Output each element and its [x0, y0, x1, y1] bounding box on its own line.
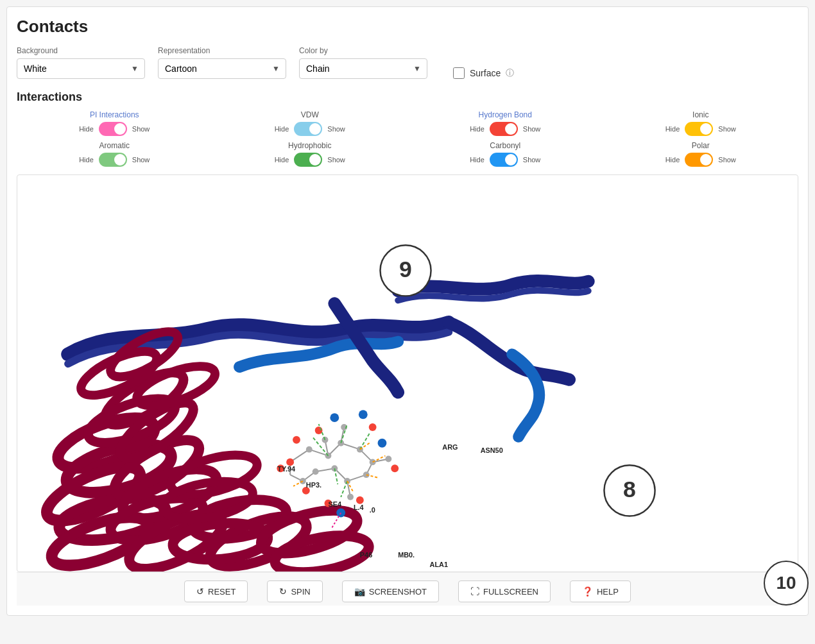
interaction-hydrophobic: Hydrophobic Hide Show	[212, 141, 408, 167]
hbond-toggle[interactable]	[490, 122, 518, 136]
screenshot-icon: 📷	[354, 586, 365, 597]
svg-point-63	[330, 413, 339, 422]
colorby-select[interactable]: Chain Residue Element B-factor	[299, 58, 427, 79]
vdw-toggle-row: Hide Show	[275, 122, 345, 136]
vdw-toggle-slider	[294, 122, 322, 136]
carbonyl-show-label: Show	[523, 156, 541, 164]
spin-label: SPIN	[291, 587, 310, 597]
reset-label: RESET	[208, 587, 236, 597]
screenshot-button[interactable]: 📷 SCREENSHOT	[342, 580, 439, 602]
carbonyl-hide-label: Hide	[470, 156, 485, 164]
protein-svg: ARG ASN50 TY.94 HP3. SE4 L.4 .0 P46 MB0.…	[17, 175, 798, 572]
surface-group: Surface ⓘ	[453, 67, 514, 79]
svg-text:HP3.: HP3.	[306, 481, 322, 489]
hydrophobic-hide-label: Hide	[275, 156, 289, 164]
footer-bar: ↺ RESET ↻ SPIN 📷 SCREENSHOT ⛶ FULLSCREEN…	[17, 572, 798, 606]
aromatic-hide-label: Hide	[79, 156, 94, 164]
ionic-hide-label: Hide	[665, 125, 680, 133]
svg-text:ARG: ARG	[442, 443, 458, 451]
svg-point-55	[293, 436, 300, 444]
aromatic-toggle[interactable]	[99, 153, 127, 167]
representation-control-group: Representation Cartoon Ball+Stick Surfac…	[158, 46, 286, 79]
interactions-grid: PI Interactions Hide Show VDW Hide	[17, 110, 798, 167]
hydrophobic-show-label: Show	[327, 156, 345, 164]
badge-10: 10	[764, 561, 809, 606]
hbond-show-label: Show	[523, 125, 541, 133]
spin-icon: ↻	[279, 586, 287, 597]
polar-toggle-row: Hide Show	[665, 153, 736, 167]
representation-select[interactable]: Cartoon Ball+Stick Surface Ribbon	[158, 58, 286, 79]
svg-point-52	[385, 456, 391, 462]
surface-info-icon: ⓘ	[506, 67, 514, 79]
interaction-vdw: VDW Hide Show	[212, 110, 408, 136]
interaction-aromatic: Aromatic Hide Show	[17, 141, 212, 167]
hbond-hide-label: Hide	[470, 125, 485, 133]
fullscreen-button[interactable]: ⛶ FULLSCREEN	[458, 580, 551, 602]
carbonyl-label: Carbonyl	[490, 141, 520, 150]
svg-text:SE4: SE4	[328, 500, 341, 508]
reset-icon: ↺	[196, 586, 204, 597]
background-select[interactable]: White Black Grey	[17, 58, 145, 79]
svg-text:P46: P46	[360, 551, 372, 559]
interactions-section: Interactions PI Interactions Hide Show	[17, 90, 798, 167]
interaction-carbonyl: Carbonyl Hide Show	[408, 141, 603, 167]
reset-button[interactable]: ↺ RESET	[184, 580, 248, 602]
help-button[interactable]: ❓ HELP	[570, 580, 631, 602]
hbond-toggle-slider	[490, 122, 518, 136]
pi-show-label: Show	[132, 125, 150, 133]
svg-text:9: 9	[399, 257, 412, 282]
colorby-control-group: Color by Chain Residue Element B-factor …	[299, 46, 427, 79]
svg-point-65	[378, 439, 387, 448]
interaction-polar: Polar Hide Show	[603, 141, 799, 167]
ionic-label: Ionic	[692, 110, 708, 119]
ionic-toggle-row: Hide Show	[665, 122, 736, 136]
interaction-ionic: Ionic Hide Show	[603, 110, 799, 136]
interaction-pi: PI Interactions Hide Show	[17, 110, 212, 136]
vdw-toggle[interactable]	[294, 122, 322, 136]
svg-text:L.4: L.4	[354, 504, 364, 511]
pi-toggle[interactable]	[99, 122, 127, 136]
svg-text:8: 8	[623, 477, 636, 502]
vdw-hide-label: Hide	[275, 125, 289, 133]
vdw-label: VDW	[301, 110, 319, 119]
hydrophobic-label: Hydrophobic	[288, 141, 331, 150]
carbonyl-toggle-slider	[490, 153, 518, 167]
carbonyl-toggle[interactable]	[490, 153, 518, 167]
polar-show-label: Show	[718, 156, 736, 164]
svg-point-44	[370, 459, 376, 465]
page-title: Contacts	[17, 17, 798, 37]
colorby-select-wrapper: Chain Residue Element B-factor ▼	[299, 58, 427, 79]
polar-toggle[interactable]	[685, 153, 713, 167]
aromatic-label: Aromatic	[99, 141, 130, 150]
interaction-hbond: Hydrogen Bond Hide Show	[408, 110, 603, 136]
interactions-title: Interactions	[17, 90, 798, 104]
pi-toggle-row: Hide Show	[79, 122, 150, 136]
svg-point-64	[359, 410, 368, 419]
spin-button[interactable]: ↻ SPIN	[267, 580, 322, 602]
aromatic-show-label: Show	[132, 156, 150, 164]
hydrophobic-toggle[interactable]	[294, 153, 322, 167]
svg-text:.0: .0	[370, 506, 375, 514]
background-select-wrapper: White Black Grey ▼	[17, 58, 145, 79]
fullscreen-icon: ⛶	[470, 586, 479, 597]
viewer-container[interactable]: ARG ASN50 TY.94 HP3. SE4 L.4 .0 P46 MB0.…	[17, 174, 798, 572]
pi-hide-label: Hide	[79, 125, 94, 133]
viewer-canvas[interactable]: ARG ASN50 TY.94 HP3. SE4 L.4 .0 P46 MB0.…	[17, 175, 798, 572]
help-label: HELP	[597, 587, 619, 597]
vdw-show-label: Show	[327, 125, 345, 133]
surface-checkbox[interactable]	[453, 67, 465, 79]
aromatic-toggle-row: Hide Show	[79, 153, 150, 167]
representation-label: Representation	[158, 46, 286, 55]
background-label: Background	[17, 46, 145, 55]
colorby-label: Color by	[299, 46, 427, 55]
hydrophobic-toggle-row: Hide Show	[275, 153, 345, 167]
ionic-toggle[interactable]	[685, 122, 713, 136]
screenshot-label: SCREENSHOT	[369, 587, 427, 597]
svg-point-57	[369, 423, 377, 431]
hydrophobic-toggle-slider	[294, 153, 322, 167]
help-icon: ❓	[582, 586, 593, 597]
representation-select-wrapper: Cartoon Ball+Stick Surface Ribbon ▼	[158, 58, 286, 79]
svg-text:TY.94: TY.94	[277, 465, 295, 473]
hbond-label: Hydrogen Bond	[479, 110, 532, 119]
aromatic-toggle-slider	[99, 153, 127, 167]
